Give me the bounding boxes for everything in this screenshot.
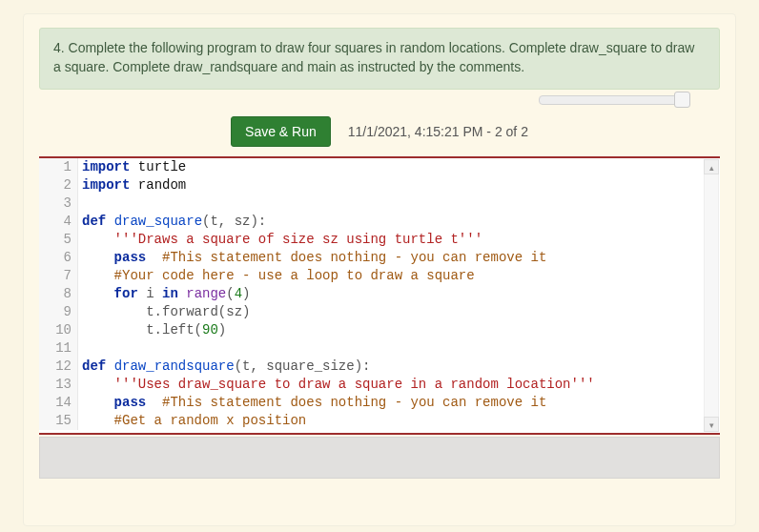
save-run-button[interactable]: Save & Run	[231, 116, 331, 147]
scroll-up-button[interactable]: ▴	[704, 159, 719, 174]
line-number: 13	[39, 376, 78, 394]
code-line[interactable]: 3	[39, 194, 703, 213]
code-content[interactable]: import turtle	[78, 158, 703, 176]
history-slider[interactable]	[539, 95, 684, 105]
code-line[interactable]: 9 t.forward(sz)	[39, 303, 703, 321]
code-content[interactable]: def draw_square(t, sz):	[78, 213, 703, 231]
editor-toolbar: Save & Run 11/1/2021, 4:15:21 PM - 2 of …	[39, 99, 720, 147]
line-number: 2	[39, 176, 78, 194]
code-line[interactable]: 2import random	[39, 176, 703, 194]
code-line[interactable]: 4def draw_square(t, sz):	[39, 213, 703, 231]
line-number: 9	[39, 303, 78, 321]
line-number: 15	[39, 412, 78, 430]
question-prompt: 4. Complete the following program to dra…	[39, 28, 720, 90]
code-line[interactable]: 12def draw_randsquare(t, square_size):	[39, 358, 703, 376]
scrollbar-track[interactable]	[704, 174, 719, 417]
line-number: 12	[39, 358, 78, 376]
code-line[interactable]: 15 #Get a random x position	[39, 412, 703, 430]
code-line[interactable]: 8 for i in range(4)	[39, 285, 703, 303]
output-panel	[39, 437, 720, 479]
code-content[interactable]: t.left(90)	[78, 321, 703, 339]
code-content[interactable]: #Your code here - use a loop to draw a s…	[78, 267, 703, 285]
code-line[interactable]: 5 '''Draws a square of size sz using tur…	[39, 231, 703, 249]
run-timestamp: 11/1/2021, 4:15:21 PM - 2 of 2	[348, 124, 528, 139]
code-line[interactable]: 6 pass #This statement does nothing - yo…	[39, 249, 703, 267]
line-number: 8	[39, 285, 78, 303]
slider-thumb[interactable]	[674, 92, 690, 108]
line-number: 10	[39, 321, 78, 339]
line-number: 5	[39, 231, 78, 249]
line-number: 4	[39, 213, 78, 231]
code-editor[interactable]: ▴ ▾ 1import turtle2import random34def dr…	[39, 156, 720, 435]
code-content[interactable]: pass #This statement does nothing - you …	[78, 249, 703, 267]
code-line[interactable]: 10 t.left(90)	[39, 321, 703, 339]
code-content[interactable]: t.forward(sz)	[78, 303, 703, 321]
code-line[interactable]: 1import turtle	[39, 158, 703, 176]
scroll-down-button[interactable]: ▾	[704, 417, 719, 432]
code-content[interactable]: #Get a random x position	[78, 412, 703, 430]
line-number: 11	[39, 339, 78, 358]
line-number: 14	[39, 394, 78, 412]
code-line[interactable]: 14 pass #This statement does nothing - y…	[39, 394, 703, 412]
slider-track	[539, 95, 684, 105]
code-content[interactable]	[78, 194, 703, 213]
code-content[interactable]: for i in range(4)	[78, 285, 703, 303]
code-content[interactable]: def draw_randsquare(t, square_size):	[78, 358, 703, 376]
code-line[interactable]: 11	[39, 339, 703, 358]
line-number: 6	[39, 249, 78, 267]
question-text: 4. Complete the following program to dra…	[53, 40, 694, 74]
code-content[interactable]: '''Uses draw_square to draw a square in …	[78, 376, 703, 394]
code-line[interactable]: 7 #Your code here - use a loop to draw a…	[39, 267, 703, 285]
line-number: 3	[39, 194, 78, 213]
code-content[interactable]	[78, 339, 703, 358]
line-number: 7	[39, 267, 78, 285]
line-number: 1	[39, 158, 78, 176]
code-content[interactable]: import random	[78, 176, 703, 194]
code-content[interactable]: '''Draws a square of size sz using turtl…	[78, 231, 703, 249]
code-line[interactable]: 13 '''Uses draw_square to draw a square …	[39, 376, 703, 394]
code-content[interactable]: pass #This statement does nothing - you …	[78, 394, 703, 412]
